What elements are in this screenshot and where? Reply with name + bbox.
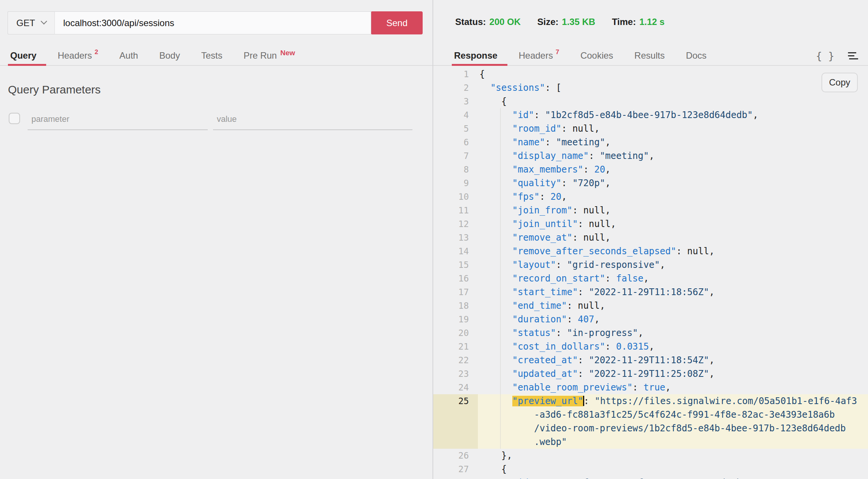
- code-line-content: "max_members": 20,: [478, 163, 868, 176]
- line-number: 12: [433, 217, 478, 231]
- code-line: 6 "name": "meeting",: [433, 135, 868, 149]
- line-number: [433, 421, 478, 435]
- code-line-content: /video-room-previews/1b2cf8d5-e84b-4bee-…: [478, 421, 868, 435]
- line-number: 13: [433, 231, 478, 244]
- code-line-content: {: [478, 67, 868, 81]
- response-panel: Status:200 OK Size:1.35 KB Time:1.12 s R…: [432, 0, 868, 479]
- line-number: 26: [433, 449, 478, 462]
- code-line: 1{: [433, 67, 868, 81]
- code-line: 27 {: [433, 462, 868, 476]
- tab-badge: 7: [555, 48, 559, 56]
- tab-response[interactable]: Response: [454, 46, 498, 65]
- code-line: 18 "end_time": null,: [433, 299, 868, 313]
- code-line: 11 "join_from": null,: [433, 204, 868, 217]
- code-line: 28 "id": "451a30f1-3c70-40f5-a4a5-7e13a5…: [433, 476, 868, 479]
- param-name-input[interactable]: [28, 110, 208, 130]
- tab-label: Tests: [201, 50, 222, 61]
- response-code-viewer: Copy 1{2 "sessions": [3 {4 "id": "1b2cf8…: [433, 67, 868, 479]
- code-line: 26 },: [433, 449, 868, 462]
- code-line: 4 "id": "1b2cf8d5-e84b-4bee-917b-123e8d6…: [433, 108, 868, 122]
- tab-badge: New: [280, 49, 295, 57]
- line-number: 15: [433, 258, 478, 272]
- url-input[interactable]: [55, 11, 371, 34]
- line-number: [433, 408, 478, 421]
- tab-label: Results: [635, 50, 665, 61]
- request-tabs: QueryHeaders2AuthBodyTestsPre RunNew: [0, 46, 432, 66]
- code-line-content: {: [478, 462, 868, 476]
- code-line-content: "status": "in-progress",: [478, 326, 868, 340]
- tab-tests[interactable]: Tests: [201, 46, 222, 65]
- tab-auth[interactable]: Auth: [120, 46, 138, 65]
- code-line: 9 "quality": "720p",: [433, 176, 868, 190]
- line-number: 9: [433, 176, 478, 190]
- method-label: GET: [16, 18, 35, 28]
- tab-query[interactable]: Query: [10, 46, 36, 65]
- code-line: 20 "status": "in-progress",: [433, 326, 868, 340]
- line-number: 4: [433, 108, 478, 122]
- code-line: /video-room-previews/1b2cf8d5-e84b-4bee-…: [433, 421, 868, 435]
- tab-badge: 2: [95, 48, 98, 56]
- line-number: 6: [433, 135, 478, 149]
- request-panel: GET Send QueryHeaders2AuthBodyTestsPre R…: [0, 0, 432, 479]
- code-line-content: "duration": 407,: [478, 313, 868, 326]
- tab-label: Pre Run: [244, 50, 277, 61]
- code-line: 21 "cost_in_dollars": 0.0315,: [433, 340, 868, 353]
- tab-label: Response: [454, 50, 498, 61]
- tab-headers[interactable]: Headers2: [58, 46, 98, 65]
- request-bar: GET Send: [8, 11, 423, 34]
- line-number: 19: [433, 313, 478, 326]
- line-number: 27: [433, 462, 478, 476]
- response-tabs: ResponseHeaders7CookiesResultsDocs: [433, 46, 868, 66]
- time-label: Time:: [612, 17, 636, 27]
- tab-label: Cookies: [580, 50, 613, 61]
- code-line-content: "id": "1b2cf8d5-e84b-4bee-917b-123e8d64d…: [478, 108, 868, 122]
- tab-results[interactable]: Results: [635, 46, 665, 65]
- line-number: 11: [433, 204, 478, 217]
- code-line-content: "remove_at": null,: [478, 231, 868, 244]
- line-number: 8: [433, 163, 478, 176]
- time-group: Time:1.12 s: [612, 17, 664, 27]
- line-number: 5: [433, 122, 478, 135]
- size-label: Size:: [537, 17, 558, 27]
- code-line: 16 "record_on_start": false,: [433, 272, 868, 285]
- tab-docs[interactable]: Docs: [686, 46, 707, 65]
- code-line-content: "layout": "grid-responsive",: [478, 258, 868, 272]
- menu-icon[interactable]: [848, 52, 858, 59]
- tab-headers[interactable]: Headers7: [519, 46, 559, 65]
- tab-body[interactable]: Body: [159, 46, 180, 65]
- code-line-content: "id": "451a30f1-3c70-40f5-a4a5-7e13a5ed3…: [478, 476, 868, 479]
- line-number: 3: [433, 95, 478, 108]
- send-button[interactable]: Send: [371, 11, 423, 34]
- code-line: 10 "fps": 20,: [433, 190, 868, 204]
- code-line: .webp": [433, 435, 868, 449]
- line-number: 14: [433, 244, 478, 258]
- line-number: 23: [433, 367, 478, 381]
- code-line-content: "enable_room_previews": true,: [478, 381, 868, 394]
- tab-label: Query: [10, 50, 36, 61]
- line-number: 7: [433, 149, 478, 163]
- param-value-input[interactable]: [213, 110, 412, 130]
- line-number: 10: [433, 190, 478, 204]
- code-line-content: "room_id": null,: [478, 122, 868, 135]
- copy-button[interactable]: Copy: [821, 73, 858, 92]
- tab-label: Auth: [120, 50, 138, 61]
- param-enable-checkbox[interactable]: [9, 113, 20, 124]
- chevron-down-icon: [40, 18, 47, 24]
- line-number: 25: [433, 394, 478, 408]
- code-line-content: "display_name": "meeting",: [478, 149, 868, 163]
- tab-label: Headers: [519, 50, 553, 61]
- method-select[interactable]: GET: [8, 11, 55, 34]
- tab-label: Body: [159, 50, 180, 61]
- code-line-content: "end_time": null,: [478, 299, 868, 313]
- response-status-bar: Status:200 OK Size:1.35 KB Time:1.12 s: [455, 17, 664, 27]
- code-line: 25 "preview_url": "https://files.signalw…: [433, 394, 868, 408]
- query-parameters-heading: Query Parameters: [8, 83, 101, 96]
- response-toolbar-icons: { }: [816, 46, 858, 66]
- line-number: 22: [433, 353, 478, 367]
- tab-pre-run[interactable]: Pre RunNew: [244, 46, 295, 65]
- code-line: -a3d6-fc881a3f1c25/5c4f624c-f991-4f8e-82…: [433, 408, 868, 421]
- code-line-content: "remove_after_seconds_elapsed": null,: [478, 244, 868, 258]
- tab-cookies[interactable]: Cookies: [580, 46, 613, 65]
- code-line-content: "cost_in_dollars": 0.0315,: [478, 340, 868, 353]
- curly-braces-icon[interactable]: { }: [816, 50, 834, 62]
